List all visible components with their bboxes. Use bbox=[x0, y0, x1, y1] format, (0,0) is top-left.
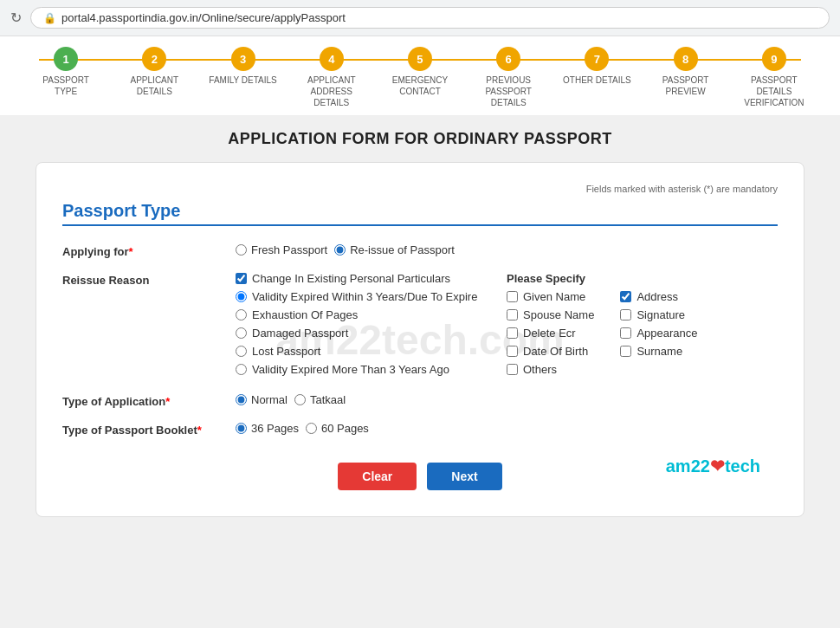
reissue-section: Reissue Reason Change In Existing Person… bbox=[62, 272, 778, 381]
60pages-radio[interactable] bbox=[306, 423, 317, 434]
step-1[interactable]: 1PASSPORT TYPE bbox=[22, 47, 110, 97]
reason-validity-3yr[interactable]: Validity Expired Within 3 Years/Due To E… bbox=[236, 290, 507, 303]
reason-exhaustion-radio[interactable] bbox=[236, 309, 247, 320]
fresh-passport-option[interactable]: Fresh Passport bbox=[236, 243, 327, 256]
application-type-row: Type of Application* Normal Tatkaal bbox=[62, 393, 778, 408]
step-circle-3: 3 bbox=[231, 47, 255, 71]
step-label-5: EMERGENCY CONTACT bbox=[385, 74, 455, 97]
step-circle-4: 4 bbox=[320, 47, 344, 71]
reason-validity-3yr-ago-radio[interactable] bbox=[236, 364, 247, 375]
required-star: * bbox=[129, 245, 133, 258]
step-circle-2: 2 bbox=[142, 47, 166, 71]
step-label-7: OTHER DETAILS bbox=[563, 74, 631, 86]
step-8[interactable]: 8PASSPORT PREVIEW bbox=[642, 47, 730, 97]
specify-given-name-label: Given Name bbox=[523, 290, 585, 303]
specify-date-of-birth[interactable]: Date Of Birth bbox=[507, 345, 594, 358]
36pages-radio[interactable] bbox=[236, 423, 247, 434]
36pages-option[interactable]: 36 Pages bbox=[236, 422, 299, 435]
step-2[interactable]: 2APPLICANT DETAILS bbox=[110, 47, 198, 97]
specify-appearance[interactable]: Appearance bbox=[620, 327, 697, 340]
specify-surname[interactable]: Surname bbox=[620, 345, 697, 358]
tatkaal-radio[interactable] bbox=[294, 394, 306, 405]
step-5[interactable]: 5EMERGENCY CONTACT bbox=[376, 47, 464, 97]
browser-bar: ↻ 🔒 portal4.passportindia.gov.in/Online/… bbox=[0, 0, 840, 36]
page-title: APPLICATION FORM FOR ORDINARY PASSPORT bbox=[36, 130, 804, 148]
reason-validity-3yr-ago[interactable]: Validity Expired More Than 3 Years Ago bbox=[236, 363, 507, 376]
application-type-options: Normal Tatkaal bbox=[236, 393, 778, 406]
specify-delete-ecr[interactable]: Delete Ecr bbox=[507, 327, 594, 340]
reason-damaged-label: Damaged Passport bbox=[252, 327, 348, 340]
section-title: Passport Type bbox=[62, 201, 778, 221]
step-6[interactable]: 6PREVIOUS PASSPORT DETAILS bbox=[464, 47, 552, 108]
specify-address-checkbox[interactable] bbox=[620, 291, 631, 302]
specify-delete-ecr-checkbox[interactable] bbox=[507, 327, 518, 339]
please-specify-label: Please Specify bbox=[507, 272, 778, 285]
reason-lost-radio[interactable] bbox=[236, 346, 247, 357]
step-label-6: PREVIOUS PASSPORT DETAILS bbox=[474, 74, 543, 108]
reason-damaged[interactable]: Damaged Passport bbox=[236, 327, 507, 340]
specify-appearance-label: Appearance bbox=[636, 327, 697, 340]
step-circle-5: 5 bbox=[408, 47, 432, 71]
tatkaal-option[interactable]: Tatkaal bbox=[294, 393, 346, 406]
specify-appearance-checkbox[interactable] bbox=[620, 327, 631, 339]
step-label-4: APPLICANT ADDRESS DETAILS bbox=[297, 74, 366, 108]
reason-damaged-radio[interactable] bbox=[236, 327, 247, 339]
specify-grid: Given Name Spouse Name Delete Ecr bbox=[507, 290, 778, 381]
applying-for-row: Applying for* Fresh Passport Re-issue of… bbox=[62, 243, 778, 258]
passport-booklet-options: 36 Pages 60 Pages bbox=[236, 422, 778, 435]
specify-address[interactable]: Address bbox=[620, 290, 697, 303]
specify-surname-checkbox[interactable] bbox=[620, 346, 631, 357]
specify-others[interactable]: Others bbox=[507, 363, 594, 376]
step-label-8: PASSPORT PREVIEW bbox=[651, 74, 720, 97]
reason-exhaustion[interactable]: Exhaustion Of Pages bbox=[236, 308, 507, 321]
reissue-passport-option[interactable]: Re-issue of Passport bbox=[334, 243, 455, 256]
stepper-container: 1PASSPORT TYPE2APPLICANT DETAILS3FAMILY … bbox=[0, 36, 840, 116]
step-9[interactable]: 9PASSPORT DETAILS VERIFICATION bbox=[730, 47, 818, 108]
reason-change-particulars[interactable]: Change In Existing Personal Particulars bbox=[236, 272, 507, 285]
required-star3: * bbox=[197, 424, 202, 437]
reason-validity-3yr-radio[interactable] bbox=[236, 291, 247, 302]
specify-signature[interactable]: Signature bbox=[620, 308, 697, 321]
reason-validity-3yr-ago-label: Validity Expired More Than 3 Years Ago bbox=[252, 363, 449, 376]
reissue-reason-label: Reissue Reason bbox=[62, 272, 236, 381]
step-circle-1: 1 bbox=[54, 47, 78, 71]
clear-button[interactable]: Clear bbox=[338, 463, 417, 490]
60pages-option[interactable]: 60 Pages bbox=[306, 422, 369, 435]
step-4[interactable]: 4APPLICANT ADDRESS DETAILS bbox=[288, 47, 376, 108]
specify-given-name[interactable]: Given Name bbox=[507, 290, 594, 303]
two-col-layout: Change In Existing Personal Particulars … bbox=[236, 272, 778, 381]
specify-others-checkbox[interactable] bbox=[507, 364, 518, 375]
specify-given-name-checkbox[interactable] bbox=[507, 291, 518, 302]
normal-option[interactable]: Normal bbox=[236, 393, 288, 406]
step-label-3: FAMILY DETAILS bbox=[209, 74, 276, 86]
reason-change-checkbox[interactable] bbox=[236, 273, 247, 284]
applying-for-label: Applying for* bbox=[62, 243, 236, 258]
form-card: am22tech.com Fields marked with asterisk… bbox=[36, 162, 804, 517]
reasons-content: Change In Existing Personal Particulars … bbox=[236, 272, 778, 381]
step-3[interactable]: 3FAMILY DETAILS bbox=[198, 47, 287, 86]
specify-signature-checkbox[interactable] bbox=[620, 309, 631, 320]
specify-surname-label: Surname bbox=[636, 345, 682, 358]
reissue-passport-radio[interactable] bbox=[334, 244, 346, 256]
specify-delete-ecr-label: Delete Ecr bbox=[523, 327, 576, 340]
specify-dob-label: Date Of Birth bbox=[523, 345, 588, 358]
reload-icon[interactable]: ↻ bbox=[10, 10, 22, 26]
reissue-passport-label: Re-issue of Passport bbox=[350, 243, 455, 256]
applying-for-options: Fresh Passport Re-issue of Passport bbox=[236, 243, 778, 256]
fresh-passport-radio[interactable] bbox=[236, 244, 247, 256]
normal-label: Normal bbox=[251, 393, 288, 406]
normal-radio[interactable] bbox=[236, 394, 247, 405]
stepper: 1PASSPORT TYPE2APPLICANT DETAILS3FAMILY … bbox=[22, 47, 818, 108]
please-specify-col: Please Specify Given Name Spo bbox=[507, 272, 778, 381]
reason-lost[interactable]: Lost Passport bbox=[236, 345, 507, 358]
step-circle-9: 9 bbox=[762, 47, 786, 71]
specify-dob-checkbox[interactable] bbox=[507, 346, 518, 357]
specify-spouse-name-checkbox[interactable] bbox=[507, 309, 518, 320]
specify-spouse-name[interactable]: Spouse Name bbox=[507, 308, 594, 321]
specify-address-label: Address bbox=[636, 290, 678, 303]
url-bar[interactable]: 🔒 portal4.passportindia.gov.in/Online/se… bbox=[30, 7, 830, 29]
step-label-9: PASSPORT DETAILS VERIFICATION bbox=[740, 74, 809, 108]
next-button[interactable]: Next bbox=[427, 463, 501, 490]
step-7[interactable]: 7OTHER DETAILS bbox=[552, 47, 641, 86]
step-circle-8: 8 bbox=[674, 47, 698, 71]
